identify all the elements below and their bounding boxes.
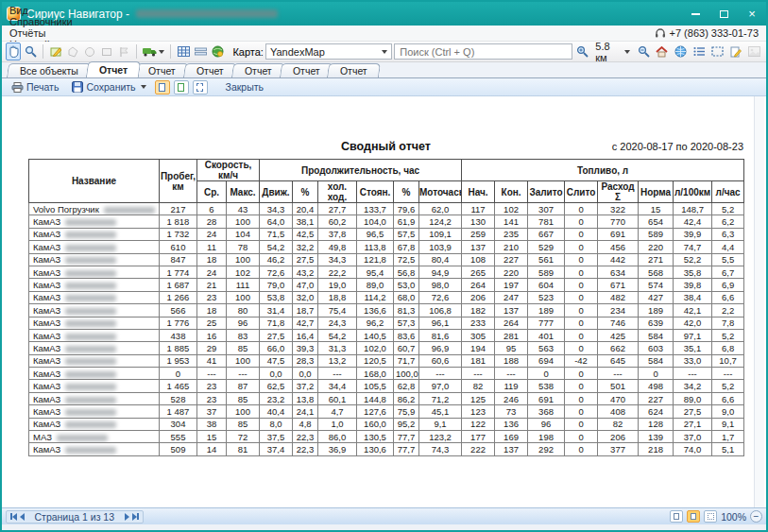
menu-item-0[interactable]: Вид <box>2 5 80 16</box>
table-cell: 27,5 <box>674 405 712 418</box>
legend-list-button[interactable] <box>691 43 708 60</box>
prev-page-icon <box>20 513 25 521</box>
close-report-button[interactable]: Закрыть <box>221 79 268 94</box>
title-bar: Сириус Навигатор - × <box>2 2 766 26</box>
table-cell: 41 <box>197 354 227 367</box>
image-button[interactable] <box>746 43 763 60</box>
polygon-tool-button[interactable] <box>65 43 80 60</box>
flag-tool-icon <box>118 46 129 58</box>
table-cell: 0,0 <box>293 368 318 380</box>
tab-5[interactable]: Отчет <box>279 63 333 77</box>
rect-tool-button[interactable] <box>99 43 114 60</box>
zoom-in-button[interactable] <box>574 43 591 60</box>
prev-page-button[interactable] <box>20 513 25 521</box>
last-page-button[interactable] <box>132 513 139 521</box>
table-cell: 23 <box>197 291 227 303</box>
routes-view-button[interactable] <box>193 43 208 60</box>
table-row: КамАЗ1 7322410471,542,537,896,557,5109,1… <box>29 228 744 240</box>
edit-map-button[interactable] <box>48 43 63 60</box>
tab-1[interactable]: Отчет <box>86 61 142 77</box>
table-cell: 210 <box>495 241 528 253</box>
table-cell: 141 <box>495 215 528 228</box>
vehicle-plate-redacted <box>65 219 116 226</box>
maximize-button[interactable] <box>709 2 738 26</box>
table-cell: 46,2 <box>260 253 293 266</box>
map-scale-select[interactable]: 5.8 км <box>592 41 633 63</box>
view-single-page-button[interactable] <box>155 80 170 94</box>
header-row-1: НазваниеПробег, кмСкорость, км/чПродолжи… <box>29 160 744 181</box>
table-cell: 0 <box>565 291 598 303</box>
table-cell: 1 774 <box>160 266 197 278</box>
pan-tool-button[interactable] <box>6 43 21 60</box>
zoom-tool-button[interactable] <box>23 43 38 60</box>
table-cell: 6,3 <box>712 228 744 240</box>
column-header-mileage: Пробег, км <box>160 160 197 203</box>
table-view-button[interactable] <box>176 43 191 60</box>
select-area-button[interactable] <box>709 43 726 60</box>
table-cell: 24,1 <box>293 405 318 418</box>
tab-2[interactable]: Отчет <box>135 63 189 77</box>
view-fit-width-button[interactable] <box>174 80 189 94</box>
tab-3[interactable]: Отчет <box>183 63 237 77</box>
flag-tool-button[interactable] <box>116 43 131 60</box>
table-cell: 0 <box>565 392 598 404</box>
table-cell: 5,2 <box>712 329 744 341</box>
menu-item-1[interactable]: Справочники <box>2 16 80 27</box>
print-button[interactable]: Печать <box>7 79 63 94</box>
table-cell: 83 <box>227 329 260 341</box>
table-cell: 102 <box>227 266 260 278</box>
home-button[interactable] <box>654 43 671 60</box>
vehicle-filter-button[interactable] <box>142 43 165 60</box>
zoom-decrease-button[interactable]: − <box>750 510 762 523</box>
phone-area: +7 (863) 333-01-73 <box>655 27 766 39</box>
table-cell: 71,7 <box>394 354 419 367</box>
table-cell: 691 <box>598 228 639 240</box>
zoom-in-icon <box>576 45 589 58</box>
map-select[interactable]: YandexMap <box>265 43 392 60</box>
printer-icon <box>11 82 24 93</box>
status-view-multi-button[interactable] <box>704 510 717 523</box>
tab-4[interactable]: Отчет <box>231 63 285 77</box>
minimize-button[interactable] <box>681 2 709 26</box>
next-page-button[interactable] <box>125 513 129 521</box>
table-cell: 9,1 <box>419 418 462 430</box>
zoom-tool-icon <box>25 45 37 58</box>
view-whole-page-button[interactable] <box>193 80 208 94</box>
vehicle-name: КамАЗ <box>33 254 60 265</box>
table-cell: 0 <box>565 380 598 392</box>
table-cell: --- <box>227 368 260 380</box>
table-cell: 27,5 <box>293 253 318 266</box>
pages-icon <box>708 513 714 520</box>
zoom-out-button[interactable] <box>635 43 652 60</box>
tab-0[interactable]: Все объекты <box>7 63 92 77</box>
vertical-scrollbar[interactable] <box>754 96 764 507</box>
menu-item-2[interactable]: Отчёты <box>2 27 80 39</box>
globe-button[interactable] <box>672 43 689 60</box>
table-cell: 5,2 <box>712 203 744 215</box>
table-cell: 206 <box>598 431 639 443</box>
table-cell: 18,7 <box>293 304 318 317</box>
status-view-single-button[interactable] <box>670 510 683 523</box>
save-button[interactable]: Сохранить <box>67 79 150 94</box>
close-button[interactable]: × <box>738 2 766 26</box>
status-view-fit-button[interactable] <box>687 510 700 523</box>
table-cell: 0 <box>565 266 598 278</box>
table-cell: 96,5 <box>357 228 394 240</box>
vehicle-name-cell: КамАЗ <box>29 392 160 404</box>
first-page-button[interactable] <box>10 513 17 521</box>
geo-objects-button[interactable] <box>210 43 225 60</box>
circle-tool-button[interactable] <box>82 43 97 60</box>
tab-6[interactable]: Отчет <box>327 63 381 77</box>
search-input[interactable] <box>394 43 572 60</box>
table-cell: 83,6 <box>394 329 419 341</box>
table-cell: 264 <box>462 279 495 291</box>
column-header-2-6: л/100км <box>674 181 712 203</box>
table-cell: --- <box>712 368 744 380</box>
window-title-redacted <box>136 9 278 18</box>
table-cell: 0 <box>565 215 598 228</box>
table-cell: 0 <box>528 368 565 380</box>
table-cell: 104,0 <box>357 215 394 228</box>
table-row: Volvo Погрузчик21764334,320,427,7133,779… <box>29 203 744 215</box>
edit-note-button[interactable] <box>727 43 744 60</box>
table-cell: 1 776 <box>160 317 197 329</box>
